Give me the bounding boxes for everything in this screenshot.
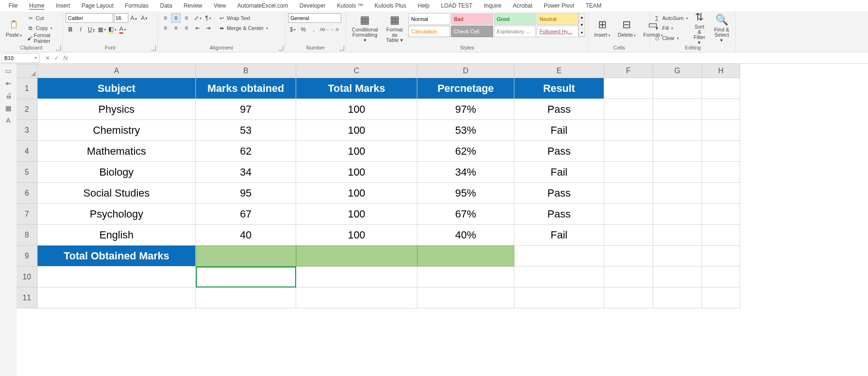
accounting-format-button[interactable]: $ <box>288 25 298 34</box>
tab-developer[interactable]: Developer <box>294 0 331 11</box>
font-color-button[interactable]: A <box>118 25 127 34</box>
tab-kutools-plus[interactable]: Kutools Plus <box>369 0 412 11</box>
tab-insert[interactable]: Insert <box>50 0 76 11</box>
cell-B8[interactable]: 40 <box>196 225 296 246</box>
row-header-6[interactable]: 6 <box>17 183 38 204</box>
cell-E2[interactable]: Pass <box>514 99 604 120</box>
cell-H10[interactable] <box>702 267 740 287</box>
row-header-11[interactable]: 11 <box>17 287 38 308</box>
cell-F2[interactable] <box>604 99 653 120</box>
cell-G4[interactable] <box>653 141 702 162</box>
styles-scroll-up[interactable]: ▲ <box>579 14 585 21</box>
tab-team[interactable]: TEAM <box>580 0 607 11</box>
cell-D6[interactable]: 95% <box>417 183 514 204</box>
style-explanatory[interactable]: Explanatory ... <box>494 26 536 37</box>
cell-D9[interactable] <box>417 246 514 267</box>
cell-B11[interactable] <box>196 287 296 308</box>
cell-B5[interactable]: 34 <box>196 162 296 183</box>
increase-indent-button[interactable]: ⇥ <box>203 23 213 33</box>
tab-acrobat[interactable]: Acrobat <box>507 0 538 11</box>
tab-automate[interactable]: AutomateExcel.com <box>231 0 294 11</box>
formula-input[interactable] <box>72 53 868 63</box>
cell-C7[interactable]: 100 <box>296 204 417 225</box>
cell-D10[interactable] <box>417 267 514 287</box>
decrease-font-button[interactable]: A▼ <box>140 13 149 23</box>
tab-page-layout[interactable]: Page Layout <box>76 0 119 11</box>
tab-view[interactable]: View <box>208 0 232 11</box>
align-bottom-button[interactable]: ≡ <box>182 13 191 23</box>
tab-kutools[interactable]: Kutools ™ <box>331 0 369 11</box>
cell-G7[interactable] <box>653 204 702 225</box>
font-name-input[interactable] <box>66 13 113 23</box>
cell-A6[interactable]: Social Studies <box>38 183 196 204</box>
clipboard-launcher[interactable] <box>56 46 61 50</box>
row-header-4[interactable]: 4 <box>17 141 38 162</box>
cell-F8[interactable] <box>604 225 653 246</box>
cell-B10[interactable] <box>196 267 296 287</box>
increase-decimal-button[interactable]: .00→ <box>319 25 329 34</box>
styles-scroll-more[interactable]: ▾ <box>579 29 585 37</box>
cell-H11[interactable] <box>702 287 740 308</box>
cell-F1[interactable] <box>604 78 653 99</box>
ltr-button[interactable]: ¶ <box>203 13 213 23</box>
cell-C8[interactable]: 100 <box>296 225 417 246</box>
number-format-dropdown[interactable] <box>288 13 341 23</box>
clear-button[interactable]: ◇Clear <box>653 33 688 43</box>
cell-H8[interactable] <box>702 225 740 246</box>
tab-power-pivot[interactable]: Power Pivot <box>538 0 580 11</box>
cell-B6[interactable]: 95 <box>196 183 296 204</box>
col-header-B[interactable]: B <box>196 64 296 78</box>
cell-E11[interactable] <box>514 287 604 308</box>
cell-F9[interactable] <box>604 246 653 267</box>
cell-D2[interactable]: 97% <box>417 99 514 120</box>
row-header-1[interactable]: 1 <box>17 78 38 99</box>
cell-C1[interactable]: Total Marks <box>296 78 417 99</box>
cell-A9[interactable]: Total Obtained Marks <box>38 246 196 267</box>
cell-D8[interactable]: 40% <box>417 225 514 246</box>
cell-B1[interactable]: Marks obtained <box>196 78 296 99</box>
style-neutral[interactable]: Neutral <box>537 13 579 25</box>
cell-H3[interactable] <box>702 120 740 141</box>
select-all-corner[interactable] <box>17 64 38 78</box>
cell-H1[interactable] <box>702 78 740 99</box>
strip-icon-3[interactable]: 🖨 <box>0 89 17 102</box>
tab-home[interactable]: Home <box>23 0 50 11</box>
row-header-9[interactable]: 9 <box>17 246 38 267</box>
number-launcher[interactable] <box>339 46 344 50</box>
style-normal[interactable]: Normal <box>408 13 450 25</box>
font-launcher[interactable] <box>151 46 156 50</box>
cancel-formula-button[interactable]: ✕ <box>44 55 51 61</box>
row-header-8[interactable]: 8 <box>17 225 38 246</box>
sort-filter-button[interactable]: ⇅Sort &Filter ▾ <box>690 13 709 43</box>
cell-H9[interactable] <box>702 246 740 267</box>
merge-center-button[interactable]: ⬌Merge & Center <box>218 23 268 33</box>
decrease-indent-button[interactable]: ⇤ <box>193 23 203 33</box>
tab-formulas[interactable]: Formulas <box>119 0 154 11</box>
style-check-cell[interactable]: Check Cell <box>451 26 493 37</box>
bold-button[interactable]: B <box>66 25 75 34</box>
cell-C2[interactable]: 100 <box>296 99 417 120</box>
strip-icon-5[interactable]: A <box>0 114 17 127</box>
cell-G9[interactable] <box>653 246 702 267</box>
cell-F7[interactable] <box>604 204 653 225</box>
col-header-F[interactable]: F <box>604 64 653 78</box>
cell-E3[interactable]: Fail <box>514 120 604 141</box>
cell-E6[interactable]: Pass <box>514 183 604 204</box>
style-calculation[interactable]: Calculation <box>408 26 450 37</box>
col-header-H[interactable]: H <box>702 64 740 78</box>
cell-H2[interactable] <box>702 99 740 120</box>
autosum-button[interactable]: ∑AutoSum <box>653 13 688 23</box>
cell-D4[interactable]: 62% <box>417 141 514 162</box>
cell-A3[interactable]: Chemistry <box>38 120 196 141</box>
cell-F4[interactable] <box>604 141 653 162</box>
cell-B2[interactable]: 97 <box>196 99 296 120</box>
cell-G2[interactable] <box>653 99 702 120</box>
tab-file[interactable]: File <box>3 0 23 11</box>
cell-A2[interactable]: Physics <box>38 99 196 120</box>
cell-F11[interactable] <box>604 287 653 308</box>
cell-E5[interactable]: Fail <box>514 162 604 183</box>
cell-H7[interactable] <box>702 204 740 225</box>
enter-formula-button[interactable]: ✓ <box>53 55 60 61</box>
col-header-D[interactable]: D <box>417 64 514 78</box>
cell-E1[interactable]: Result <box>514 78 604 99</box>
